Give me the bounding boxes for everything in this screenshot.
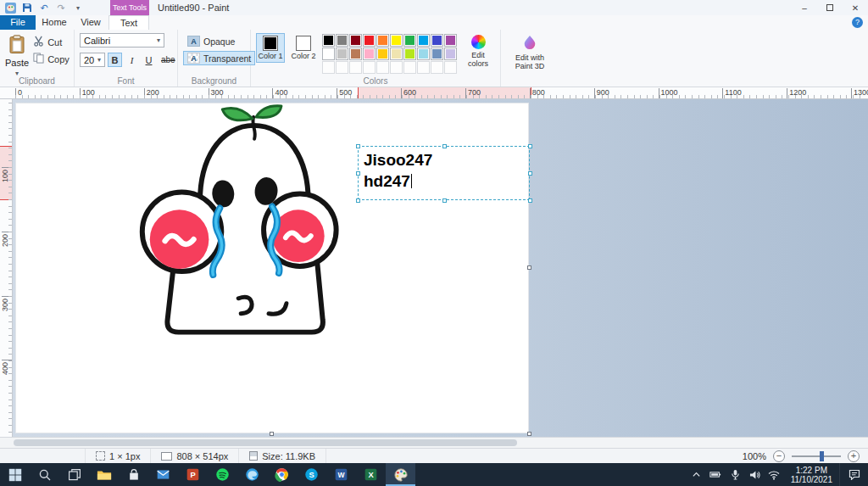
taskbar-paint-icon[interactable] xyxy=(386,463,415,486)
customize-dropdown-icon[interactable]: ▾ xyxy=(72,2,84,14)
tab-text[interactable]: Text xyxy=(108,15,149,30)
zoom-out-button[interactable]: − xyxy=(773,450,785,462)
tray-chevron-up-icon[interactable] xyxy=(687,463,706,486)
palette-swatch[interactable] xyxy=(431,47,443,60)
edit-colors-button[interactable]: Edit colors xyxy=(461,33,495,68)
taskbar-file-explorer-icon[interactable] xyxy=(89,463,119,486)
selection-handle[interactable] xyxy=(356,144,360,148)
taskbar-chrome-icon[interactable] xyxy=(267,463,297,486)
svg-text:P: P xyxy=(190,471,195,479)
selection-handle[interactable] xyxy=(442,144,447,148)
palette-swatch-empty[interactable] xyxy=(403,61,416,74)
palette-swatch[interactable] xyxy=(376,34,389,47)
palette-swatch-empty[interactable] xyxy=(336,61,348,74)
palette-swatch[interactable] xyxy=(444,34,457,47)
canvas-resize-handle-right[interactable] xyxy=(527,265,531,270)
palette-swatch[interactable] xyxy=(431,34,443,47)
undo-icon[interactable]: ↶ xyxy=(38,2,50,14)
taskbar-search-icon[interactable] xyxy=(30,463,59,486)
palette-swatch-empty[interactable] xyxy=(322,61,335,74)
palette-swatch[interactable] xyxy=(390,34,403,47)
italic-button[interactable]: I xyxy=(125,53,139,67)
selection-handle[interactable] xyxy=(356,171,360,176)
scrollbar-thumb[interactable] xyxy=(14,439,517,446)
palette-swatch[interactable] xyxy=(336,34,348,47)
text-selection-box[interactable]: Jisoo247 hd247 xyxy=(358,146,530,200)
font-size-select[interactable]: 20 ▾ xyxy=(80,53,105,67)
selection-handle[interactable] xyxy=(528,144,532,148)
zoom-in-button[interactable]: + xyxy=(848,450,860,462)
zoom-slider-thumb[interactable] xyxy=(820,451,824,461)
palette-swatch[interactable] xyxy=(376,47,389,60)
tray-mic-icon[interactable] xyxy=(726,463,745,486)
taskbar-spotify-icon[interactable] xyxy=(208,463,237,486)
tab-home[interactable]: Home xyxy=(36,15,73,30)
palette-swatch[interactable] xyxy=(403,34,416,47)
palette-swatch[interactable] xyxy=(417,47,430,60)
action-center-button[interactable] xyxy=(839,463,868,486)
taskbar-store-icon[interactable] xyxy=(119,463,148,486)
color1-button[interactable]: Color 1 xyxy=(256,33,285,63)
edit-with-paint3d-button[interactable]: Edit with Paint 3D xyxy=(506,33,554,70)
maximize-button[interactable] xyxy=(817,0,843,15)
palette-swatch[interactable] xyxy=(322,34,335,47)
tray-battery-icon[interactable] xyxy=(706,463,726,486)
canvas-text-line2[interactable]: hd247 xyxy=(364,170,524,192)
selection-handle[interactable] xyxy=(528,198,532,203)
canvas-text-line1[interactable]: Jisoo247 xyxy=(364,149,524,170)
palette-swatch[interactable] xyxy=(417,34,430,47)
tab-file[interactable]: File xyxy=(0,15,36,30)
strikethrough-button[interactable]: abe xyxy=(159,53,178,67)
taskbar-word-icon[interactable]: W xyxy=(326,463,356,486)
help-button[interactable]: ? xyxy=(852,17,863,28)
taskbar-edge-icon[interactable] xyxy=(237,463,267,486)
taskbar-mail-icon[interactable] xyxy=(148,463,178,486)
cut-button[interactable]: Cut xyxy=(33,36,70,48)
selection-handle[interactable] xyxy=(528,171,532,176)
horizontal-scrollbar[interactable] xyxy=(0,437,868,448)
redo-icon[interactable]: ↷ xyxy=(55,2,67,14)
palette-swatch-empty[interactable] xyxy=(349,61,362,74)
palette-swatch-empty[interactable] xyxy=(363,61,376,74)
taskbar-task-view-icon[interactable] xyxy=(59,463,89,486)
palette-swatch-empty[interactable] xyxy=(417,61,430,74)
palette-swatch-empty[interactable] xyxy=(376,61,389,74)
palette-swatch[interactable] xyxy=(363,34,376,47)
palette-swatch[interactable] xyxy=(403,47,416,60)
selection-handle[interactable] xyxy=(442,198,447,203)
palette-swatch-empty[interactable] xyxy=(431,61,443,74)
palette-swatch[interactable] xyxy=(363,47,376,60)
palette-swatch-empty[interactable] xyxy=(444,61,457,74)
close-button[interactable]: ✕ xyxy=(843,0,868,15)
canvas-resize-handle-corner[interactable] xyxy=(527,432,531,436)
palette-swatch-empty[interactable] xyxy=(390,61,403,74)
palette-swatch[interactable] xyxy=(390,47,403,60)
color-palette xyxy=(322,34,457,74)
taskbar-powerpoint-icon[interactable]: P xyxy=(178,463,208,486)
save-icon[interactable] xyxy=(21,2,33,14)
taskbar-start-icon[interactable] xyxy=(0,463,30,486)
copy-button[interactable]: Copy xyxy=(33,53,70,65)
paste-button[interactable]: Paste ▾ xyxy=(5,33,29,77)
palette-swatch[interactable] xyxy=(349,34,362,47)
palette-swatch[interactable] xyxy=(444,47,457,60)
taskbar-skype-icon[interactable]: S xyxy=(297,463,326,486)
palette-swatch[interactable] xyxy=(336,47,348,60)
canvas-resize-handle-bottom[interactable] xyxy=(270,432,274,436)
taskbar-clock[interactable]: 1:22 PM 11/10/2021 xyxy=(784,466,839,484)
palette-swatch[interactable] xyxy=(322,47,335,60)
font-family-select[interactable]: Calibri ▾ xyxy=(80,33,164,47)
underline-button[interactable]: U xyxy=(142,53,156,67)
tray-volume-icon[interactable] xyxy=(745,463,765,486)
palette-swatch[interactable] xyxy=(349,47,362,60)
transparent-option[interactable]: A Transparent xyxy=(183,51,255,65)
taskbar-excel-icon[interactable]: X xyxy=(356,463,386,486)
minimize-button[interactable]: – xyxy=(792,0,817,15)
zoom-slider[interactable] xyxy=(792,455,841,457)
tab-view[interactable]: View xyxy=(73,15,108,30)
opaque-option[interactable]: A Opaque xyxy=(183,34,255,48)
color2-button[interactable]: Color 2 xyxy=(289,33,318,63)
selection-handle[interactable] xyxy=(356,198,360,203)
bold-button[interactable]: B xyxy=(108,53,122,67)
tray-network-icon[interactable] xyxy=(765,463,784,486)
